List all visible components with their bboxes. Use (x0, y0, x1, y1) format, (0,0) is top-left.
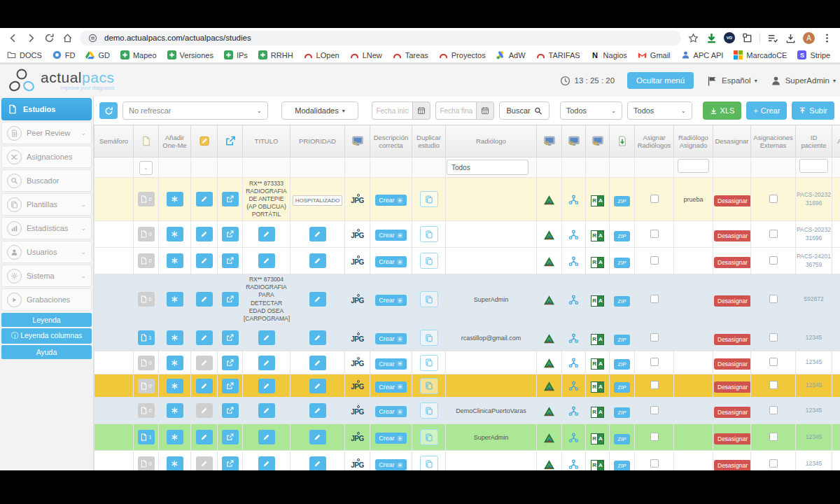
files-count-button[interactable]: 0 (138, 456, 155, 470)
bookmark-item[interactable]: APC API (681, 50, 724, 59)
column-header-jpg[interactable] (345, 125, 370, 158)
asignaciones-externas-checkbox[interactable] (769, 381, 778, 389)
jpg-icon[interactable]: JPG (351, 360, 364, 368)
advanced-viewer-icon[interactable] (543, 458, 555, 470)
sidebar-item-sistema[interactable]: Sistema⌄ (1, 265, 92, 287)
asignar-checkbox[interactable] (650, 459, 659, 468)
asignaciones-externas-checkbox[interactable] (769, 230, 778, 238)
add-oneme-button[interactable] (167, 253, 183, 268)
advanced-viewer-icon[interactable] (543, 293, 555, 305)
share-button[interactable] (222, 379, 239, 393)
desasignar-button[interactable]: Desasignar (714, 295, 751, 307)
sidebar-button-leyenda[interactable]: Leyenda (1, 313, 92, 327)
files-count-button[interactable]: 1 (138, 330, 155, 345)
advanced-viewer-icon[interactable] (543, 356, 555, 368)
ra-report-icon[interactable]: RA (591, 195, 604, 206)
advanced-viewer-icon[interactable] (543, 255, 555, 267)
column-header-oneme[interactable]: Añadir One-Me (159, 125, 191, 158)
advanced-viewer-icon[interactable] (543, 332, 555, 344)
asignar-checkbox[interactable] (650, 433, 659, 441)
asignar-checkbox[interactable] (650, 256, 659, 265)
download-zip-button[interactable]: ZIP (614, 461, 629, 471)
download-zip-button[interactable]: ZIP (614, 382, 629, 393)
column-header-radiologo[interactable]: Radiólogo (446, 125, 537, 158)
crear-descripcion-button[interactable]: Crear (375, 382, 407, 393)
desasignar-button[interactable]: Desasignar (714, 433, 751, 444)
add-oneme-button[interactable] (167, 356, 183, 370)
export-xls-button[interactable]: XLS (703, 102, 742, 120)
files-filter-select[interactable]: ⌄ (139, 161, 153, 175)
desasignar-button[interactable]: Desasignar (714, 382, 751, 393)
ra-report-icon[interactable]: RA (591, 407, 604, 418)
ra-report-icon[interactable]: RA (591, 433, 604, 444)
sidebar-item-estudios[interactable]: Estudios (1, 98, 92, 120)
actualpacs-logo[interactable]: actualpacs Improve your diagnosis (6, 68, 114, 93)
share-button[interactable] (222, 253, 239, 268)
edit-prioridad-button[interactable] (309, 456, 326, 470)
edit-prioridad-button[interactable] (309, 227, 326, 241)
edit-titulo-button[interactable] (258, 356, 275, 370)
bookmark-item[interactable]: LOpen (304, 50, 340, 59)
jpg-icon[interactable]: JPG (351, 197, 364, 204)
share-nodes-icon[interactable] (568, 255, 580, 267)
forward-icon[interactable] (25, 32, 37, 44)
sidebar-item-usuarios[interactable]: Usuarios⌄ (1, 241, 92, 263)
note-button[interactable] (196, 227, 213, 241)
asignaciones-externas-checkbox[interactable] (769, 406, 778, 414)
note-button[interactable] (196, 379, 213, 393)
jpg-icon[interactable]: JPG (351, 232, 364, 239)
edit-prioridad-button[interactable] (309, 403, 326, 418)
download-zip-button[interactable]: ZIP (614, 231, 629, 241)
column-header-desc[interactable]: Descripción correcta (370, 125, 412, 158)
bookmark-item[interactable]: GD (85, 50, 110, 59)
crear-descripcion-button[interactable]: Crear (375, 358, 407, 370)
search-button[interactable]: Buscar (499, 102, 549, 120)
jpg-icon[interactable]: JPG (351, 335, 364, 343)
column-header-partial[interactable]: A (832, 125, 840, 158)
share-nodes-icon[interactable] (568, 193, 580, 205)
column-header-prioridad[interactable]: PRIORIDAD (290, 125, 345, 158)
column-header-titulo[interactable]: TITULO (243, 125, 290, 158)
crear-descripcion-button[interactable]: Crear (375, 459, 407, 470)
download-zip-button[interactable]: ZIP (614, 359, 629, 370)
edit-prioridad-button[interactable] (309, 292, 326, 307)
note-button[interactable] (196, 292, 213, 307)
profile-avatar[interactable]: A (803, 32, 815, 44)
add-oneme-button[interactable] (167, 192, 183, 206)
advanced-viewer-icon[interactable] (543, 228, 555, 240)
note-button[interactable] (196, 356, 213, 370)
column-header-viewer1[interactable] (537, 125, 562, 158)
jpg-icon[interactable]: JPG (351, 258, 364, 266)
ra-report-icon[interactable]: RA (591, 295, 604, 307)
sidebar-item-peer-review[interactable]: Peer Review⌄ (1, 122, 92, 144)
duplicate-study-button[interactable] (420, 291, 438, 307)
reload-icon[interactable] (43, 32, 55, 44)
create-button[interactable]: + Crear (746, 102, 787, 120)
bookmark-item[interactable]: Tareas (393, 50, 428, 59)
download-zip-button[interactable]: ZIP (614, 434, 629, 444)
note-button[interactable] (196, 253, 213, 268)
files-count-button[interactable]: 0 (138, 356, 155, 370)
jpg-icon[interactable]: JPG (351, 383, 364, 391)
add-oneme-button[interactable] (167, 403, 183, 418)
calendar-icon[interactable] (476, 102, 494, 120)
calendar-icon[interactable] (412, 102, 430, 120)
bookmark-item[interactable]: Mapeo (120, 50, 157, 59)
ra-report-icon[interactable]: RA (591, 334, 604, 345)
extensions-icon[interactable] (741, 32, 753, 44)
column-header-viewer2[interactable] (562, 125, 586, 158)
share-button[interactable] (222, 227, 239, 241)
asignar-checkbox[interactable] (650, 381, 659, 389)
files-count-button[interactable]: 0 (138, 192, 155, 206)
edit-prioridad-button[interactable] (309, 253, 326, 268)
desasignar-button[interactable]: Desasignar (714, 358, 751, 370)
bookmark-item[interactable]: IPs (224, 50, 248, 59)
sidebar-item-asignaciones[interactable]: Asignaciones (1, 146, 92, 168)
vd-extension-icon[interactable]: VD (724, 32, 735, 43)
duplicate-study-button[interactable] (420, 456, 438, 470)
asignar-checkbox[interactable] (650, 295, 659, 303)
share-nodes-icon[interactable] (568, 332, 580, 344)
asignar-checkbox[interactable] (650, 333, 659, 342)
bookmark-item[interactable]: Proyectos (439, 50, 486, 59)
advanced-viewer-icon[interactable] (543, 379, 555, 391)
